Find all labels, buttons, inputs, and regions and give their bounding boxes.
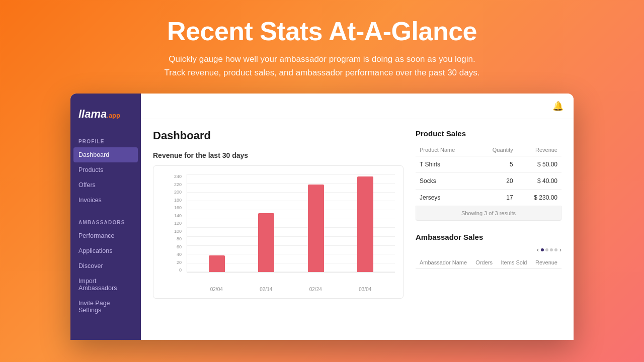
bar-wrapper: [357, 176, 373, 272]
main-content: 🔔 Dashboard Revenue for the last 30 days…: [141, 94, 574, 340]
product-name-jerseys: Jerseys: [416, 190, 477, 206]
sidebar-item-performance[interactable]: Performance: [70, 228, 141, 243]
chart-title: Revenue for the last 30 days: [153, 151, 404, 159]
col-revenue: Revenue: [517, 144, 561, 156]
dot-1: [541, 248, 544, 251]
bars-group: [187, 174, 395, 272]
x-label-0224: 02/24: [307, 287, 324, 292]
sidebar-item-products[interactable]: Products: [70, 162, 141, 177]
table-row: T Shirts 5 $ 50.00: [416, 156, 561, 173]
ambassador-table-header: ‹ ›: [416, 246, 561, 253]
col-amb-revenue: Revenue: [531, 256, 561, 269]
dot-4: [554, 248, 557, 251]
x-label-0304: 03/04: [357, 287, 373, 292]
hero-title: Recent Stats At-A-Glance: [10, 16, 634, 46]
qty-jerseys: 17: [477, 190, 517, 206]
ambassador-sales-table: Ambassador Name Orders Items Sold Revenu…: [416, 256, 561, 269]
sidebar-item-dashboard[interactable]: Dashboard: [73, 147, 138, 162]
sidebar-item-invoices[interactable]: Invoices: [70, 193, 141, 208]
content-area: Dashboard Revenue for the last 30 days 0…: [141, 119, 574, 309]
qty-socks: 20: [477, 173, 517, 190]
page-title: Dashboard: [153, 129, 404, 142]
x-labels: 02/04 02/14 02/24 03/04: [187, 285, 395, 292]
x-label-0214: 02/14: [258, 287, 274, 292]
rev-tshirts: $ 50.00: [517, 156, 561, 173]
product-sales-section: Product Sales Product Name Quantity Reve…: [416, 129, 561, 221]
qty-tshirts: 5: [477, 156, 517, 173]
left-panel: Dashboard Revenue for the last 30 days 0…: [153, 129, 404, 299]
product-sales-table: Product Name Quantity Revenue T Shirts 5…: [416, 144, 561, 206]
sidebar-item-invite-page-settings[interactable]: Invite Page Settings: [70, 296, 141, 318]
x-label-0204: 02/04: [208, 287, 224, 292]
rev-socks: $ 40.00: [517, 173, 561, 190]
logo: llama.app: [70, 104, 141, 133]
table-row: Socks 20 $ 40.00: [416, 173, 561, 190]
ambassador-sales-title: Ambassador Sales: [416, 233, 561, 241]
pagination-next-icon[interactable]: ›: [559, 246, 561, 253]
notification-bell-icon[interactable]: 🔔: [552, 101, 564, 112]
dot-3: [550, 248, 553, 251]
product-name-tshirts: T Shirts: [416, 156, 477, 173]
hero-section: Recent Stats At-A-Glance Quickly gauge h…: [0, 0, 644, 94]
col-orders: Orders: [471, 256, 497, 269]
sidebar: llama.app PROFILE Dashboard Products Off…: [70, 94, 141, 340]
pagination-dots: [541, 248, 557, 251]
col-quantity: Quantity: [477, 144, 517, 156]
topbar: 🔔: [141, 94, 574, 119]
app-window: llama.app PROFILE Dashboard Products Off…: [70, 94, 574, 340]
chart-inner: [187, 174, 395, 273]
sidebar-item-discover[interactable]: Discover: [70, 258, 141, 274]
bar-wrapper: [209, 255, 225, 272]
right-panel: Product Sales Product Name Quantity Reve…: [416, 129, 561, 299]
ambassador-sales-section: Ambassador Sales ‹ ›: [416, 233, 561, 269]
bar-0214: [258, 213, 274, 272]
dot-2: [545, 248, 548, 251]
chart-area: 0 20 40 60 80 100 120 140 160 180 200: [162, 174, 395, 285]
bar-0304: [357, 176, 373, 272]
ambassadors-section-label: AMBASSADORS: [70, 214, 141, 228]
showing-results: Showing 3 of 3 results: [416, 206, 561, 221]
bar-wrapper: [308, 185, 324, 272]
col-ambassador-name: Ambassador Name: [416, 256, 471, 269]
product-sales-title: Product Sales: [416, 129, 561, 138]
rev-jerseys: $ 230.00: [517, 190, 561, 206]
bar-0204: [209, 255, 225, 272]
sidebar-item-applications[interactable]: Applications: [70, 243, 141, 258]
table-row: Jerseys 17 $ 230.00: [416, 190, 561, 206]
pagination-prev-icon[interactable]: ‹: [537, 246, 539, 253]
revenue-chart-section: Revenue for the last 30 days 0 20 40 60 …: [153, 151, 404, 299]
hero-subtitle: Quickly gauge how well your ambassador p…: [10, 52, 634, 79]
bar-0224: [308, 185, 324, 272]
col-product-name: Product Name: [416, 144, 477, 156]
sidebar-item-offers[interactable]: Offers: [70, 177, 141, 193]
product-name-socks: Socks: [416, 173, 477, 190]
col-items-sold: Items Sold: [497, 256, 531, 269]
chart-container: 0 20 40 60 80 100 120 140 160 180 200: [153, 165, 404, 299]
bar-wrapper: [258, 213, 274, 272]
logo-text: llama.app: [78, 108, 120, 120]
sidebar-item-import-ambassadors[interactable]: Import Ambassadors: [70, 274, 141, 296]
profile-section-label: PROFILE: [70, 133, 141, 147]
y-axis: 0 20 40 60 80 100 120 140 160 180 200: [162, 174, 185, 273]
